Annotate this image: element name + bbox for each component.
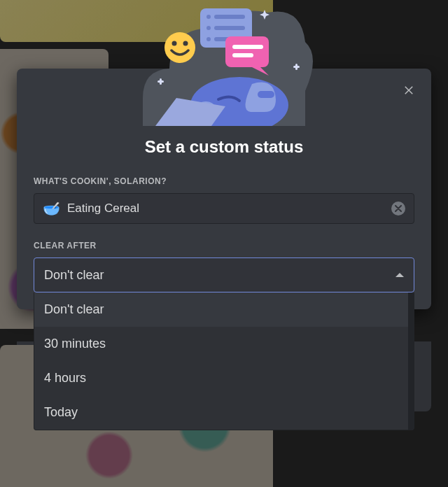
select-option[interactable]: 4 hours <box>34 361 408 395</box>
select-value: Don't clear <box>44 268 104 283</box>
clear-status-button[interactable] <box>391 202 405 216</box>
bg-image-banana <box>0 0 273 42</box>
emoji-picker-button[interactable]: 🥣 <box>43 202 60 216</box>
select-option[interactable]: Don't clear <box>34 292 408 327</box>
select-option[interactable]: 30 minutes <box>34 327 408 361</box>
status-text-input[interactable] <box>67 202 391 216</box>
close-button[interactable] <box>400 81 417 98</box>
custom-status-modal: Set a custom status WHAT'S COOKIN', SOLA… <box>17 69 431 309</box>
select-option[interactable]: Today <box>34 395 408 430</box>
modal-title: Set a custom status <box>17 69 431 157</box>
close-icon <box>402 83 415 96</box>
clear-after-label: CLEAR AFTER <box>34 241 414 250</box>
x-icon <box>395 205 402 212</box>
status-field-label: WHAT'S COOKIN', SOLARION? <box>34 176 414 186</box>
clear-after-select: Don't clear Don't clear 30 minutes 4 hou… <box>34 257 414 292</box>
caret-up-icon <box>396 273 404 277</box>
select-display[interactable]: Don't clear <box>34 257 414 292</box>
status-input-wrap: 🥣 <box>34 193 414 224</box>
select-dropdown: Don't clear 30 minutes 4 hours Today <box>34 292 414 430</box>
